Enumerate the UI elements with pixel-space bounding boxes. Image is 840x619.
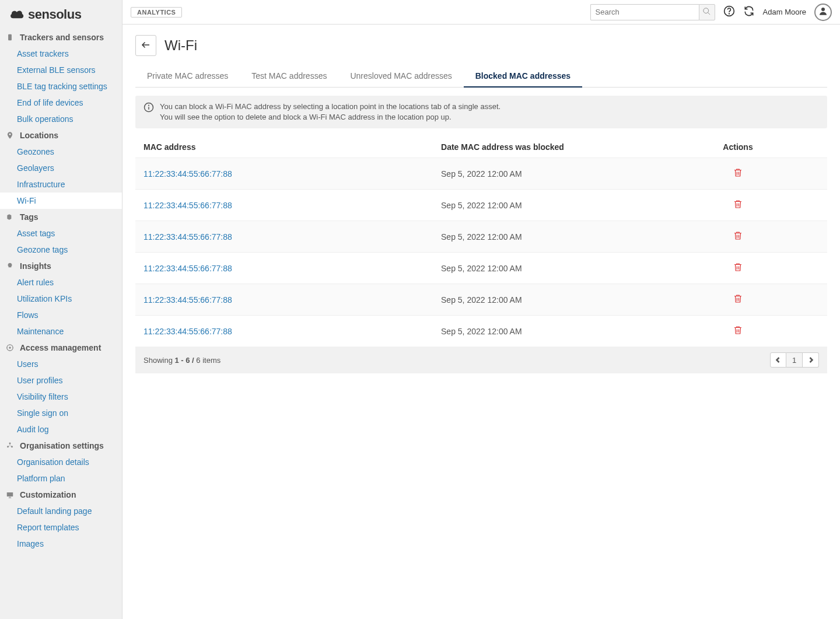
nav-item[interactable]: Visibility filters <box>0 389 122 405</box>
table-row: 11:22:33:44:55:66:77:88Sep 5, 2022 12:00… <box>135 315 827 347</box>
trash-icon <box>733 198 743 212</box>
nav-item[interactable]: External BLE sensors <box>0 62 122 78</box>
nav-section-header[interactable]: Locations <box>0 127 122 144</box>
trash-icon <box>733 293 743 306</box>
info-icon <box>144 102 154 123</box>
back-button[interactable] <box>135 35 156 56</box>
nav-item[interactable]: Flows <box>0 307 122 323</box>
nav-item[interactable]: BLE tag tracking settings <box>0 78 122 95</box>
table-footer: Showing 1 - 6 / 6 items 1 <box>135 347 827 373</box>
page-header: Wi-Fi <box>135 35 827 56</box>
table: MAC address Date MAC address was blocked… <box>135 137 827 373</box>
help-icon <box>723 5 735 19</box>
tab[interactable]: Test MAC addresses <box>240 67 338 88</box>
table-row: 11:22:33:44:55:66:77:88Sep 5, 2022 12:00… <box>135 221 827 252</box>
svg-point-4 <box>9 442 11 444</box>
mac-link[interactable]: 11:22:33:44:55:66:77:88 <box>144 295 232 305</box>
nav-item[interactable]: Asset tags <box>0 225 122 242</box>
mac-link[interactable]: 11:22:33:44:55:66:77:88 <box>144 169 232 179</box>
table-row: 11:22:33:44:55:66:77:88Sep 5, 2022 12:00… <box>135 284 827 315</box>
nav-item[interactable]: Bulk operations <box>0 111 122 127</box>
nav-section-header[interactable]: Customization <box>0 487 122 503</box>
mac-link[interactable]: 11:22:33:44:55:66:77:88 <box>144 201 232 210</box>
nav-item[interactable]: Wi-Fi <box>0 193 122 209</box>
nav-item[interactable]: User profiles <box>0 372 122 389</box>
pager-page-button[interactable]: 1 <box>786 352 803 368</box>
info-banner: You can block a Wi-Fi MAC address by sel… <box>135 96 827 128</box>
delete-button[interactable] <box>733 167 743 180</box>
col-header-actions: Actions <box>657 142 819 152</box>
delete-button[interactable] <box>733 293 743 306</box>
table-header: MAC address Date MAC address was blocked… <box>135 137 827 158</box>
chevron-right-icon <box>808 356 814 365</box>
svg-point-12 <box>821 8 825 11</box>
page-title: Wi-Fi <box>164 37 197 54</box>
date-cell: Sep 5, 2022 12:00 AM <box>400 201 657 210</box>
delete-button[interactable] <box>733 261 743 275</box>
search <box>590 4 715 20</box>
nav-item[interactable]: Platform plan <box>0 470 122 487</box>
svg-point-16 <box>149 105 149 106</box>
svg-point-8 <box>704 8 709 13</box>
user-icon <box>818 6 828 18</box>
nav-section-header[interactable]: Tags <box>0 209 122 225</box>
nav-item[interactable]: Maintenance <box>0 323 122 340</box>
refresh-icon <box>743 5 755 19</box>
pager-prev-button[interactable] <box>770 352 786 368</box>
nav-item[interactable]: Audit log <box>0 421 122 438</box>
nav-item[interactable]: Single sign on <box>0 405 122 421</box>
trash-icon <box>733 261 743 275</box>
date-cell: Sep 5, 2022 12:00 AM <box>400 327 657 336</box>
user-menu-button[interactable] <box>814 4 832 21</box>
pager-next-button[interactable] <box>803 352 819 368</box>
username: Adam Moore <box>763 8 806 16</box>
nav-section-header[interactable]: Insights <box>0 258 122 274</box>
nav-item[interactable]: Infrastructure <box>0 176 122 193</box>
tab[interactable]: Private MAC adresses <box>135 67 240 88</box>
table-row: 11:22:33:44:55:66:77:88Sep 5, 2022 12:00… <box>135 189 827 221</box>
logo-text: sensolus <box>28 7 81 22</box>
date-cell: Sep 5, 2022 12:00 AM <box>400 264 657 273</box>
table-row: 11:22:33:44:55:66:77:88Sep 5, 2022 12:00… <box>135 252 827 284</box>
mac-link[interactable]: 11:22:33:44:55:66:77:88 <box>144 232 232 242</box>
mac-link[interactable]: 11:22:33:44:55:66:77:88 <box>144 327 232 336</box>
chevron-left-icon <box>775 356 781 365</box>
svg-point-11 <box>729 13 729 14</box>
tab[interactable]: Unresloved MAC addresses <box>338 67 463 88</box>
nav-section-header[interactable]: Trackers and sensors <box>0 29 122 46</box>
nav-item[interactable]: Utilization KPIs <box>0 291 122 307</box>
cloud-icon <box>9 8 24 22</box>
svg-point-2 <box>9 347 11 349</box>
nav-item[interactable]: Report templates <box>0 519 122 536</box>
svg-rect-7 <box>7 492 13 496</box>
search-icon <box>702 7 711 18</box>
nav-item[interactable]: Geozone tags <box>0 242 122 258</box>
nav-item[interactable]: Images <box>0 536 122 552</box>
date-cell: Sep 5, 2022 12:00 AM <box>400 295 657 305</box>
search-button[interactable] <box>699 4 715 20</box>
trash-icon <box>733 230 743 243</box>
nav-item[interactable]: Organisation details <box>0 454 122 470</box>
nav-item[interactable]: Default landing page <box>0 503 122 519</box>
delete-button[interactable] <box>733 324 743 338</box>
nav-item[interactable]: Asset trackers <box>0 46 122 62</box>
help-button[interactable] <box>723 6 735 18</box>
search-input[interactable] <box>590 4 699 20</box>
nav-section-header[interactable]: Organisation settings <box>0 438 122 454</box>
delete-button[interactable] <box>733 230 743 243</box>
svg-rect-0 <box>8 34 12 41</box>
nav-item[interactable]: Alert rules <box>0 274 122 291</box>
logo[interactable]: sensolus <box>0 0 122 29</box>
nav-item[interactable]: End of life devices <box>0 95 122 111</box>
nav-item[interactable]: Geolayers <box>0 160 122 176</box>
nav-item[interactable]: Users <box>0 356 122 372</box>
tabs: Private MAC adressesTest MAC addressesUn… <box>135 67 827 88</box>
trash-icon <box>733 324 743 338</box>
nav-item[interactable]: Geozones <box>0 144 122 160</box>
mac-link[interactable]: 11:22:33:44:55:66:77:88 <box>144 264 232 273</box>
table-row: 11:22:33:44:55:66:77:88Sep 5, 2022 12:00… <box>135 158 827 189</box>
nav-section-header[interactable]: Access management <box>0 340 122 356</box>
delete-button[interactable] <box>733 198 743 212</box>
tab[interactable]: Blocked MAC addresses <box>464 67 582 88</box>
refresh-button[interactable] <box>743 6 755 18</box>
